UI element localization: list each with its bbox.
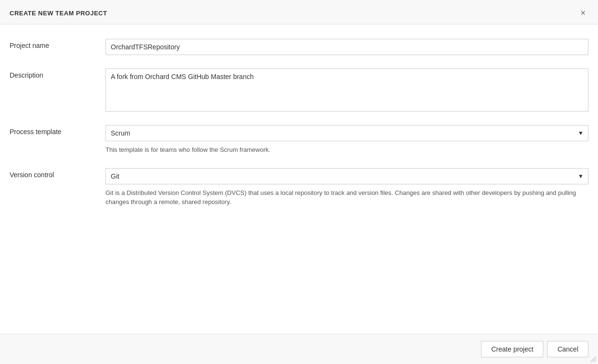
project-name-control-area — [106, 39, 588, 55]
process-template-control-area: Scrum Agile CMMI ▼ This template is for … — [106, 125, 588, 155]
process-template-description: This template is for teams who follow th… — [106, 145, 588, 155]
description-label: Description — [10, 68, 106, 79]
description-control-area: A fork from Orchard CMS GitHub Master br… — [106, 68, 588, 112]
dialog-footer-wrapper: Create project Cancel — [0, 334, 598, 364]
version-control-description: Git is a Distributed Version Control Sys… — [106, 188, 588, 207]
version-control-label: Version control — [10, 168, 106, 179]
create-project-dialog: CREATE NEW TEAM PROJECT × Project name D… — [0, 0, 598, 364]
dialog-footer: Create project Cancel — [0, 334, 598, 364]
description-input[interactable]: A fork from Orchard CMS GitHub Master br… — [106, 68, 588, 112]
version-control-select[interactable]: Git Team Foundation Version Control — [106, 168, 588, 184]
version-control-row: Version control Git Team Foundation Vers… — [10, 168, 588, 207]
dialog-header: CREATE NEW TEAM PROJECT × — [0, 0, 598, 24]
svg-line-2 — [594, 360, 596, 362]
project-name-input[interactable] — [106, 39, 588, 55]
project-name-row: Project name — [10, 39, 588, 55]
close-button[interactable]: × — [577, 8, 588, 18]
version-control-select-wrapper: Git Team Foundation Version Control ▼ — [106, 168, 588, 184]
process-template-select-wrapper: Scrum Agile CMMI ▼ — [106, 125, 588, 141]
version-control-control-area: Git Team Foundation Version Control ▼ Gi… — [106, 168, 588, 207]
create-project-button[interactable]: Create project — [481, 341, 543, 357]
process-template-label: Process template — [10, 125, 106, 136]
description-row: Description A fork from Orchard CMS GitH… — [10, 68, 588, 112]
cancel-button[interactable]: Cancel — [547, 341, 588, 357]
dialog-title: CREATE NEW TEAM PROJECT — [10, 10, 107, 17]
process-template-select[interactable]: Scrum Agile CMMI — [106, 125, 588, 141]
project-name-label: Project name — [10, 39, 106, 49]
process-template-row: Process template Scrum Agile CMMI ▼ This… — [10, 125, 588, 155]
resize-handle-icon — [590, 356, 596, 362]
svg-line-1 — [592, 358, 596, 362]
dialog-body: Project name Description A fork from Orc… — [0, 24, 598, 334]
